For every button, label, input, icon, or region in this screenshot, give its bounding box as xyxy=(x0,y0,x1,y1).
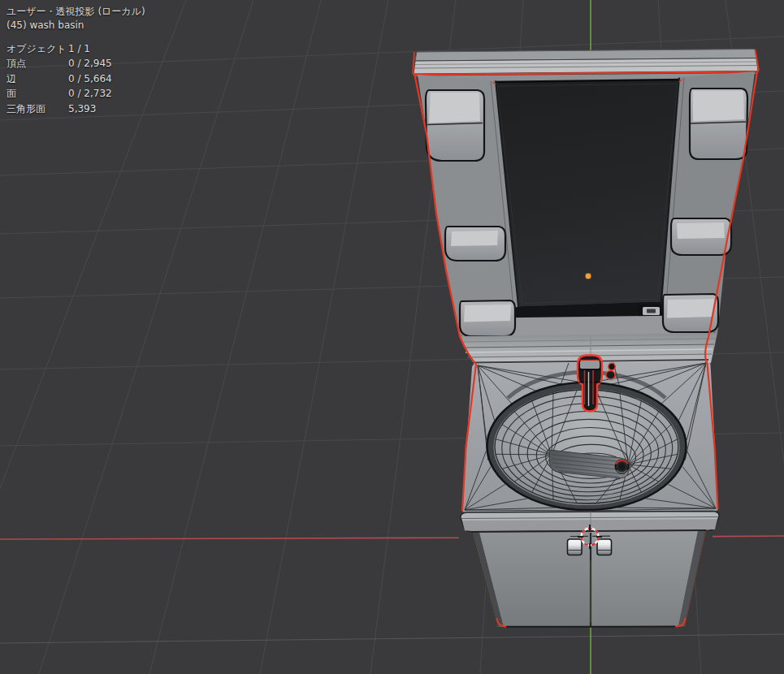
object-origin-dot xyxy=(585,273,591,279)
washbasin-object[interactable] xyxy=(413,50,759,627)
scene-statistics: オブジェクト 1 / 1 頂点 0 / 2,945 辺 0 / 5,664 面 … xyxy=(6,41,145,116)
view-mode-label: ユーザー・透視投影 (ローカル) xyxy=(6,5,145,19)
viewport-info-overlay: ユーザー・透視投影 (ローカル) (45) wash basin オブジェクト … xyxy=(6,5,145,116)
stat-vertices: 頂点 0 / 2,945 xyxy=(6,56,145,71)
door-handle-left[interactable] xyxy=(568,539,583,555)
left-top-box[interactable] xyxy=(426,90,484,161)
stat-triangles: 三角形面 5,393 xyxy=(6,102,145,116)
mirror-cabinet-top-board[interactable] xyxy=(413,50,759,76)
left-mid-shelf[interactable] xyxy=(445,227,505,261)
collection-label: (45) wash basin xyxy=(6,19,145,32)
left-bottom-shelf[interactable] xyxy=(460,300,515,336)
socket-slot xyxy=(647,309,656,313)
door-handle-right[interactable] xyxy=(597,539,612,555)
drain[interactable] xyxy=(615,460,628,473)
stat-edges: 辺 0 / 5,664 xyxy=(6,71,145,86)
right-top-box[interactable] xyxy=(690,89,747,159)
blender-3d-viewport[interactable]: ユーザー・透視投影 (ローカル) (45) wash basin オブジェクト … xyxy=(0,0,784,674)
right-mid-shelf[interactable] xyxy=(671,218,731,255)
stat-faces: 面 0 / 2,732 xyxy=(6,86,145,101)
stat-objects: オブジェクト 1 / 1 xyxy=(6,41,145,56)
